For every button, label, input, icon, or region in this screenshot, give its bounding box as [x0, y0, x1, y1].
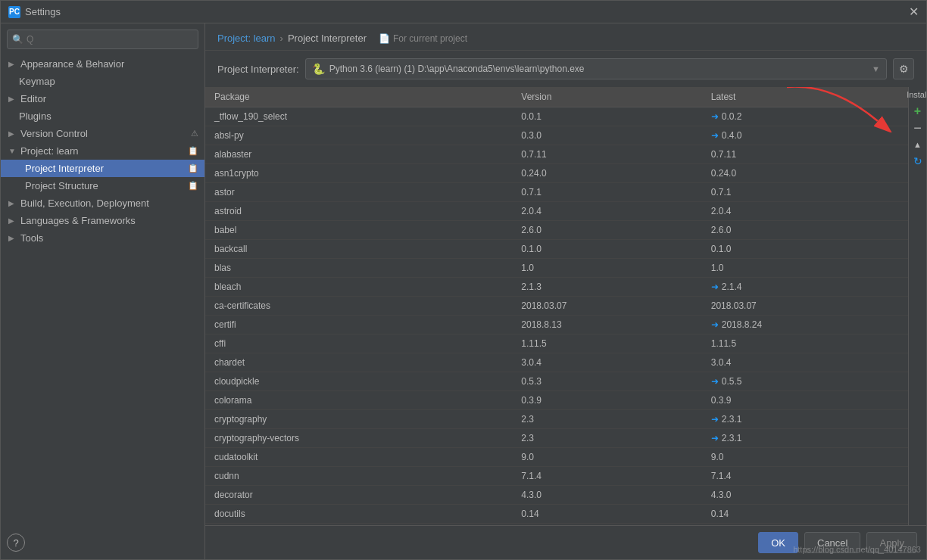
sidebar-item-editor[interactable]: ▶ Editor: [1, 90, 204, 107]
sidebar-badge-icon: ⚠: [191, 129, 198, 138]
expand-arrow-icon: ▶: [8, 60, 17, 68]
search-icon: 🔍: [12, 34, 23, 45]
sidebar-item-label: Version Control: [20, 128, 191, 139]
cancel-button[interactable]: Cancel: [804, 532, 860, 553]
package-name: docutils: [205, 505, 512, 524]
python-icon: 🐍: [312, 63, 325, 75]
table-row[interactable]: astor0.7.10.7.1: [205, 183, 908, 202]
package-latest: 9.0: [702, 448, 908, 467]
latest-value: 0.0.2: [722, 111, 742, 122]
upgrade-arrow-icon: ➜: [711, 433, 719, 443]
breadcrumb-tag: 📄 For current project: [379, 33, 467, 44]
package-latest: 2.6.0: [702, 221, 908, 240]
packages-table-container[interactable]: Package Version Latest _tflow_190_select…: [205, 87, 908, 525]
sidebar-badge-icon2: 📋: [188, 146, 198, 156]
table-row[interactable]: astroid2.0.42.0.4: [205, 202, 908, 221]
interpreter-select[interactable]: 🐍 Python 3.6 (learn) (1) D:\app\Anaconda…: [305, 58, 887, 79]
help-button[interactable]: ?: [7, 534, 25, 552]
gear-button[interactable]: ⚙: [893, 58, 914, 79]
sidebar-item-plugins[interactable]: Plugins: [1, 107, 204, 125]
package-latest: ➜0.0.2: [702, 107, 908, 126]
package-version: 0.24.0: [512, 164, 701, 183]
search-input[interactable]: [27, 34, 193, 45]
package-name: blas: [205, 259, 512, 278]
upgrade-arrow-icon: ➜: [711, 130, 719, 141]
expand-arrow-icon: ▶: [8, 216, 17, 225]
package-latest: 0.1.0: [702, 240, 908, 259]
table-row[interactable]: certifi2018.8.13➜2018.8.24: [205, 316, 908, 334]
package-version: 0.7.1: [512, 183, 701, 202]
sidebar-item-languages-frameworks[interactable]: ▶ Languages & Frameworks: [1, 212, 204, 229]
ok-button[interactable]: OK: [758, 532, 798, 553]
table-row[interactable]: colorama0.3.90.3.9: [205, 391, 908, 410]
close-button[interactable]: ✕: [909, 5, 919, 19]
package-name: alabaster: [205, 145, 512, 164]
table-row[interactable]: bleach2.1.3➜2.1.4: [205, 278, 908, 297]
table-row[interactable]: alabaster0.7.110.7.11: [205, 145, 908, 164]
upgrade-arrow-icon: ➜: [711, 111, 719, 122]
apply-button[interactable]: Apply: [866, 532, 917, 553]
bottom-bar: OK Cancel Apply: [205, 525, 926, 559]
package-name: decorator: [205, 486, 512, 505]
table-row[interactable]: absl-py0.3.0➜0.4.0: [205, 126, 908, 145]
interpreter-text: Python 3.6 (learn) (1) D:\app\Anaconda5\…: [329, 64, 585, 74]
sidebar-item-build-execution[interactable]: ▶ Build, Execution, Deployment: [1, 194, 204, 212]
breadcrumb-current: Project Interpreter: [288, 33, 367, 44]
package-version: 2.3: [512, 429, 701, 448]
table-row[interactable]: cryptography2.3➜2.3.1: [205, 410, 908, 429]
package-version: 7.1.4: [512, 467, 701, 486]
sidebar-item-label: Appearance & Behavior: [20, 58, 198, 70]
package-latest: 2018.03.07: [702, 297, 908, 316]
table-row[interactable]: blas1.01.0: [205, 259, 908, 278]
breadcrumb-separator: ›: [280, 33, 283, 44]
table-row[interactable]: cudatoolkit9.09.0: [205, 448, 908, 467]
package-name: astor: [205, 183, 512, 202]
table-row[interactable]: cryptography-vectors2.3➜2.3.1: [205, 429, 908, 448]
sidebar-item-project-interpreter[interactable]: Project Interpreter 📋: [1, 160, 204, 177]
expand-arrow-icon: ▶: [8, 199, 17, 207]
up-button[interactable]: ▲: [910, 137, 925, 152]
package-name: cryptography: [205, 410, 512, 429]
table-row[interactable]: ca-certificates2018.03.072018.03.07: [205, 297, 908, 316]
sidebar: 🔍 ▶ Appearance & Behavior Keymap ▶ Edito…: [1, 23, 205, 559]
packages-area: Package Version Latest _tflow_190_select…: [205, 87, 926, 525]
package-latest: 7.1.4: [702, 467, 908, 486]
package-name: absl-py: [205, 126, 512, 145]
table-row[interactable]: backcall0.1.00.1.0: [205, 240, 908, 259]
table-row[interactable]: cudnn7.1.47.1.4: [205, 467, 908, 486]
expand-arrow-icon: ▶: [8, 95, 17, 103]
add-package-button[interactable]: +: [910, 104, 925, 119]
app-icon: PC: [8, 6, 20, 18]
table-row[interactable]: docutils0.140.14: [205, 505, 908, 524]
packages-table: Package Version Latest _tflow_190_select…: [205, 87, 908, 524]
remove-package-button[interactable]: −: [910, 120, 925, 135]
package-latest: 0.7.1: [702, 183, 908, 202]
package-name: chardet: [205, 353, 512, 372]
refresh-button[interactable]: ↻: [910, 154, 925, 169]
table-row[interactable]: _tflow_190_select0.0.1➜0.0.2: [205, 107, 908, 126]
package-latest: 0.24.0: [702, 164, 908, 183]
table-row[interactable]: cloudpickle0.5.3➜0.5.5: [205, 372, 908, 391]
package-version: 0.1.0: [512, 240, 701, 259]
table-row[interactable]: asn1crypto0.24.00.24.0: [205, 164, 908, 183]
table-row[interactable]: babel2.6.02.6.0: [205, 221, 908, 240]
breadcrumb-project[interactable]: Project: learn: [217, 33, 276, 44]
search-box[interactable]: 🔍: [7, 30, 198, 49]
interpreter-label: Project Interpreter:: [217, 64, 299, 75]
package-latest: 0.3.9: [702, 391, 908, 410]
sidebar-item-version-control[interactable]: ▶ Version Control ⚠: [1, 125, 204, 142]
table-row[interactable]: chardet3.0.43.0.4: [205, 353, 908, 372]
sidebar-item-label: Keymap: [19, 76, 198, 87]
sidebar-item-tools[interactable]: ▶ Tools: [1, 229, 204, 247]
table-row[interactable]: decorator4.3.04.3.0: [205, 486, 908, 505]
sidebar-item-project-structure[interactable]: Project Structure 📋: [1, 177, 204, 194]
package-version: 2.1.3: [512, 278, 701, 297]
tag-text: For current project: [393, 33, 467, 44]
sidebar-item-keymap[interactable]: Keymap: [1, 73, 204, 90]
sidebar-item-project-learn[interactable]: ▼ Project: learn 📋: [1, 142, 204, 160]
table-row[interactable]: cffi1.11.51.11.5: [205, 334, 908, 353]
package-version: 2.3: [512, 410, 701, 429]
packages-tbody: _tflow_190_select0.0.1➜0.0.2absl-py0.3.0…: [205, 107, 908, 524]
sidebar-item-appearance[interactable]: ▶ Appearance & Behavior: [1, 55, 204, 73]
package-version: 1.0: [512, 259, 701, 278]
